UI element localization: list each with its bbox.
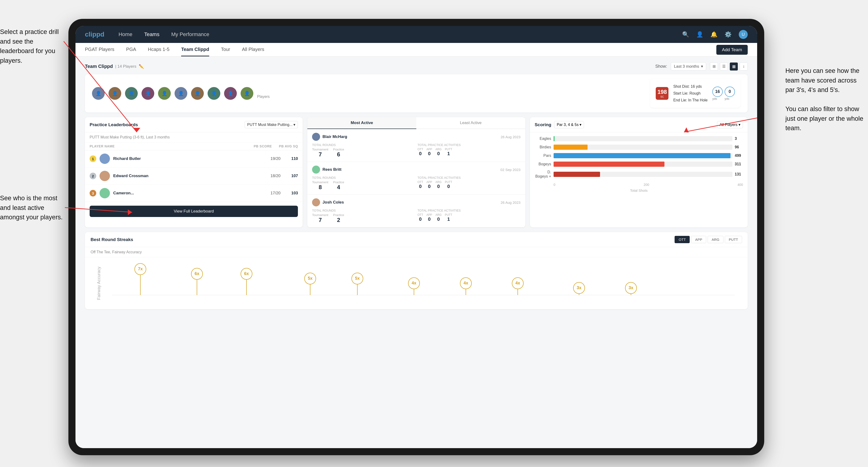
avatar[interactable]: U (739, 30, 748, 39)
chevron-down-icon: ▾ (701, 64, 703, 69)
player-score: 19/20 (271, 156, 281, 161)
list-item[interactable]: 👤 (142, 87, 154, 100)
bar-fill (554, 153, 731, 158)
player-name: Edward Crossman (113, 174, 267, 178)
sort-button[interactable]: ↕ (740, 63, 748, 70)
par-filter-dropdown[interactable]: Par 3, 4 & 5s ▾ (554, 121, 584, 128)
main-content: Team Clippd | 14 Players ✏️ Show: Last 3… (75, 57, 757, 448)
arg-value: 0 (435, 151, 441, 156)
subnav-allplayers[interactable]: All Players (242, 43, 264, 56)
edit-icon[interactable]: ✏️ (139, 64, 144, 69)
leaderboards-title: Practice Leaderboards (90, 122, 138, 127)
view-full-leaderboard-button[interactable]: View Full Leaderboard (90, 206, 298, 217)
bell-icon[interactable]: 🔔 (710, 31, 717, 38)
bar-label: Bogeys (535, 162, 551, 166)
grid-view-button[interactable]: ⊞ (710, 63, 718, 70)
list-item[interactable]: 👤 (125, 87, 138, 100)
activity-date: 26 Aug 2023 (500, 135, 520, 139)
practice-leaderboards-card: Practice Leaderboards PUTT Must Make Put… (85, 117, 303, 227)
arg-label: ARG (435, 148, 441, 151)
period-dropdown[interactable]: Last 3 months ▾ (671, 62, 706, 70)
avatar: 👤 (175, 87, 187, 100)
chart-row-bogeys: Bogeys 311 (535, 161, 743, 167)
bar-track (554, 153, 733, 158)
show-label: Show: (655, 64, 667, 69)
leaderboard-subtitle: PUTT Must Make Putting (3-6 ft), Last 3 … (85, 132, 303, 143)
bar-fill (554, 172, 600, 177)
avatar: 👤 (224, 87, 237, 100)
add-team-button[interactable]: Add Team (716, 45, 748, 55)
x-label-0: 0 (554, 183, 555, 187)
team-header: Team Clippd | 14 Players ✏️ Show: Last 3… (85, 62, 748, 70)
nav-teams[interactable]: Teams (144, 31, 159, 37)
table-row: 1 Richard Butler 19/20 110 (85, 150, 303, 167)
drill-dropdown[interactable]: PUTT Must Make Putting... ▾ (245, 121, 298, 128)
rank-badge: 2 (90, 173, 96, 179)
list-item[interactable]: 👤 (208, 87, 220, 100)
list-item[interactable]: 👤 (241, 87, 253, 100)
app-value: 0 (427, 151, 432, 156)
lb-header: PLAYER NAME PB SCORE PB AVG SQ (85, 143, 303, 150)
list-item[interactable]: 👤 (108, 87, 121, 100)
arg-filter-button[interactable]: ARG (708, 236, 723, 243)
practice-value: 6 (333, 151, 344, 158)
subnav-teamclippd[interactable]: Team Clippd (181, 43, 209, 56)
list-item[interactable]: 👤 (158, 87, 171, 100)
three-columns: Practice Leaderboards PUTT Must Make Put… (85, 117, 748, 227)
shot-circles: 16 yds 0 yds (712, 87, 735, 100)
avatar: 👤 (241, 87, 253, 100)
subnav-hcaps[interactable]: Hcaps 1-5 (148, 43, 169, 56)
app-filter-button[interactable]: APP (691, 236, 706, 243)
tab-most-active[interactable]: Most Active (307, 117, 416, 129)
subnav-pga[interactable]: PGA (126, 43, 136, 56)
list-view-button[interactable]: ☰ (720, 63, 728, 70)
team-title: Team Clippd (85, 64, 113, 69)
subnav-pgat[interactable]: PGAT Players (85, 43, 115, 56)
subnav-tour[interactable]: Tour (221, 43, 230, 56)
total-practice-group: Total Practice Activities OTT0 APP0 ARG0… (417, 209, 521, 223)
leaderboards-header: Practice Leaderboards PUTT Must Make Put… (85, 117, 303, 132)
svg-text:Fairway Accuracy: Fairway Accuracy (96, 267, 101, 300)
streaks-filter-buttons: OTT APP ARG PUTT (675, 236, 742, 243)
shot-dist: Shot Dist: 16 yds (673, 83, 708, 90)
person-icon[interactable]: 👤 (696, 31, 703, 38)
avatar: 👤 (158, 87, 171, 100)
shot-badge: 198 SC (656, 87, 669, 100)
search-icon[interactable]: 🔍 (682, 31, 689, 38)
player-filter-dropdown[interactable]: All Players ▾ (717, 121, 743, 128)
settings-icon[interactable]: ⚙️ (724, 31, 732, 38)
player-avg: 103 (288, 191, 298, 195)
list-item[interactable]: 👤 (191, 87, 204, 100)
player-name: Richard Butler (113, 156, 267, 161)
avatar (312, 198, 320, 206)
player-avg: 110 (288, 156, 298, 161)
nav-performance[interactable]: My Performance (171, 31, 209, 37)
rank-badge: 3 (90, 190, 96, 196)
player-name: Cameron... (113, 191, 267, 195)
bar-label: Eagles (535, 136, 551, 141)
shot-start-lie: Start Lie: Rough (673, 90, 708, 97)
ott-filter-button[interactable]: OTT (675, 236, 690, 243)
activity-player-name: Blair McHarg (312, 133, 347, 141)
list-item[interactable]: 👤 (92, 87, 105, 100)
list-item[interactable]: 👤 (224, 87, 237, 100)
practice-stat: Practice 4 (333, 181, 344, 191)
bar-value: 311 (735, 162, 743, 166)
bar-value: 499 (735, 154, 743, 158)
ott-value: 0 (417, 151, 423, 156)
avatar: 👤 (208, 87, 220, 100)
svg-text:7x: 7x (138, 267, 143, 271)
annotation-top-left: Select a practice drill and see the lead… (0, 27, 64, 65)
shot-circle-yds2: 0 (724, 87, 735, 97)
chart-row-birdies: Birdies 96 (535, 145, 743, 150)
total-practice-label: Total Practice Activities (417, 143, 521, 147)
streaks-title: Best Round Streaks (91, 237, 133, 242)
streaks-svg: Fairway Accuracy 7x 6x (91, 262, 742, 305)
players-card: 👤 👤 👤 👤 👤 👤 (85, 74, 748, 113)
list-item[interactable]: 👤 (175, 87, 187, 100)
app-stat: APP 0 (427, 148, 432, 156)
putt-filter-button[interactable]: PUTT (725, 236, 742, 243)
nav-home[interactable]: Home (118, 31, 132, 37)
card-view-button[interactable]: ▦ (730, 63, 738, 70)
tab-least-active[interactable]: Least Active (416, 117, 525, 129)
